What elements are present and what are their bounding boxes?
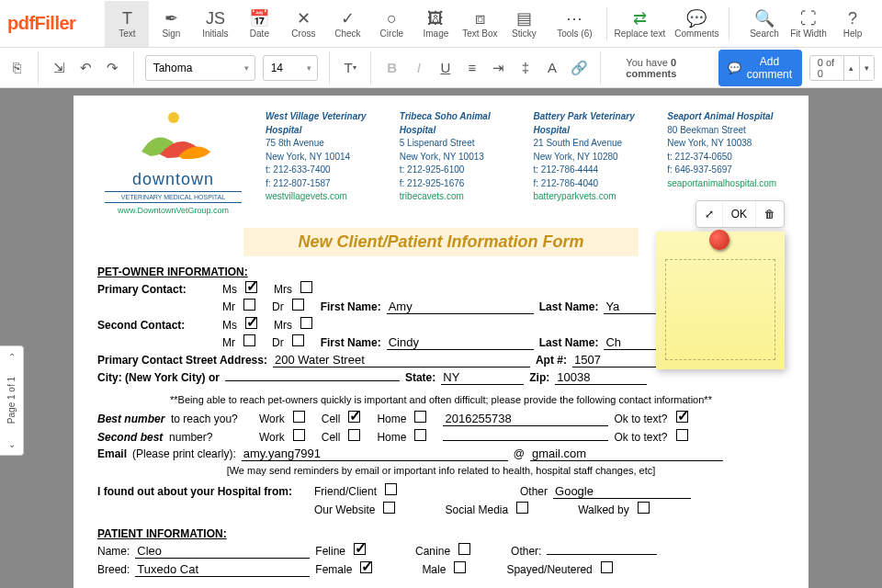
export-icon[interactable]: ⇲: [50, 55, 69, 81]
document-page[interactable]: downtown VETERINARY MEDICAL HOSPITAL www…: [74, 96, 808, 588]
address-field[interactable]: 200 Water Street: [273, 353, 530, 368]
redo-icon[interactable]: ↷: [103, 55, 122, 81]
state-field[interactable]: NY: [441, 370, 524, 385]
email-local-field[interactable]: amy.yang7991: [242, 447, 508, 461]
page-nav: 0 of 0 ▴ ▾: [809, 55, 875, 81]
sticky-delete-icon[interactable]: 🗑: [756, 201, 784, 227]
italic-icon[interactable]: I: [409, 55, 428, 81]
page-up-icon[interactable]: ▴: [843, 56, 858, 80]
friend-cb[interactable]: [385, 483, 397, 495]
font-select[interactable]: Tahoma: [145, 55, 255, 81]
location-2: Tribeca Soho Animal Hospital5 Lispenard …: [400, 110, 517, 215]
tool-circle[interactable]: ○Circle: [369, 1, 413, 47]
location-4: Seaport Animal Hospital80 Beekman Street…: [667, 110, 785, 215]
firstname-1-field[interactable]: Amy: [387, 300, 534, 314]
cell-cb-2[interactable]: [348, 429, 360, 441]
dr-checkbox-1[interactable]: [292, 299, 304, 311]
sticky-textarea[interactable]: [665, 259, 775, 360]
tool-fitwidth[interactable]: ⛶Fit Width: [786, 1, 831, 47]
work-cb-2[interactable]: [293, 429, 305, 441]
hospital-logo: downtown VETERINARY MEDICAL HOSPITAL www…: [97, 110, 249, 215]
mr-checkbox-1[interactable]: [243, 299, 255, 311]
apt-field[interactable]: 1507: [572, 353, 664, 368]
align-icon[interactable]: ≡: [462, 55, 481, 81]
walkedby-cb[interactable]: [638, 502, 650, 514]
canine-cb[interactable]: [458, 543, 470, 555]
add-comment-button[interactable]: 💬Add comment: [718, 50, 802, 86]
comment-icon: 💬: [728, 62, 741, 74]
work-cb-1[interactable]: [293, 411, 305, 423]
location-3: Battery Park Veterinary Hospital21 South…: [534, 110, 651, 215]
home-cb-2[interactable]: [414, 429, 426, 441]
tool-comments[interactable]: 💬Comments: [668, 1, 725, 47]
textcolor-icon[interactable]: A: [543, 55, 562, 81]
sticky-move-icon[interactable]: ⤢: [696, 201, 723, 227]
page-indicator: ⌃ Page 1 of 1 ⌄: [0, 345, 24, 456]
svg-point-0: [168, 112, 179, 123]
other-species-field[interactable]: [547, 554, 657, 555]
section-patient: PATIENT INFORMATION:: [97, 527, 785, 540]
city-field[interactable]: [225, 380, 400, 381]
tool-cross[interactable]: ✕Cross: [281, 1, 325, 47]
tool-help[interactable]: ?Help: [831, 1, 875, 47]
comments-count: You have 0 comments: [618, 57, 711, 79]
tool-textbox[interactable]: ⧈Text Box: [458, 1, 502, 47]
tool-sticky[interactable]: ▤Sticky: [502, 1, 546, 47]
other-source-field[interactable]: Google: [553, 484, 691, 499]
tool-more[interactable]: ⋯Tools (6): [546, 1, 603, 47]
email-reminder-note: [We may send reminders by email or impor…: [97, 465, 785, 476]
size-select[interactable]: 14: [263, 55, 318, 81]
location-1: West Village Veterinary Hospital75 8th A…: [266, 110, 383, 215]
indent-icon[interactable]: ⇥: [489, 55, 508, 81]
textsize-icon[interactable]: T▾: [340, 55, 359, 81]
contact-note: **Being able to reach pet-owners quickly…: [97, 394, 785, 405]
female-cb[interactable]: [360, 561, 372, 573]
website-cb[interactable]: [383, 502, 395, 514]
sticky-note[interactable]: ⤢ OK 🗑: [656, 232, 785, 379]
sticky-toolbar: ⤢ OK 🗑: [695, 200, 785, 228]
mr-checkbox-2[interactable]: [243, 334, 255, 346]
mrs-checkbox-1[interactable]: [300, 281, 312, 293]
tool-check[interactable]: ✓Check: [325, 1, 369, 47]
male-cb[interactable]: [454, 561, 466, 573]
tool-text[interactable]: TText: [105, 1, 149, 47]
spayed-cb[interactable]: [601, 561, 613, 573]
page-down-icon[interactable]: ▾: [859, 56, 874, 80]
ms-checkbox-2[interactable]: [245, 317, 257, 329]
cell-cb-1[interactable]: [348, 411, 360, 423]
breed-field[interactable]: Tuxedo Cat: [135, 562, 310, 577]
pet-name-field[interactable]: Cleo: [135, 544, 310, 559]
home-cb-1[interactable]: [414, 411, 426, 423]
mrs-checkbox-2[interactable]: [300, 317, 312, 329]
phone-1-field[interactable]: 2016255738: [443, 412, 608, 426]
lineheight-icon[interactable]: ‡: [515, 55, 535, 81]
tool-date[interactable]: 📅Date: [237, 1, 281, 47]
link-icon[interactable]: 🔗: [570, 55, 589, 81]
copy-icon[interactable]: ⎘: [7, 55, 27, 81]
undo-icon[interactable]: ↶: [76, 55, 96, 81]
phone-2-field[interactable]: [443, 440, 608, 441]
tool-sign[interactable]: ✒Sign: [149, 1, 193, 47]
chevron-up-icon[interactable]: ⌃: [8, 352, 16, 362]
tool-image[interactable]: 🖼Image: [413, 1, 458, 47]
underline-icon[interactable]: U: [435, 55, 455, 81]
bold-icon[interactable]: B: [382, 55, 401, 81]
chevron-down-icon[interactable]: ⌄: [8, 439, 16, 449]
email-domain-field[interactable]: gmail.com: [530, 447, 723, 461]
form-title: New Client/Patient Information Form: [243, 228, 639, 256]
tool-initials[interactable]: JSInitials: [193, 1, 237, 47]
tool-replace-text[interactable]: ⇄Replace text: [611, 1, 668, 47]
ms-checkbox-1[interactable]: [245, 281, 257, 293]
firstname-2-field[interactable]: Cindy: [387, 335, 534, 350]
sticky-ok-button[interactable]: OK: [723, 201, 756, 227]
social-cb[interactable]: [516, 502, 528, 514]
tool-search[interactable]: 🔍Search: [742, 1, 786, 47]
zip-field[interactable]: 10038: [555, 370, 647, 385]
oktext-cb-1[interactable]: [676, 411, 688, 423]
brand-logo: pdfFiller: [7, 13, 75, 34]
dr-checkbox-2[interactable]: [292, 334, 304, 346]
pin-icon: [709, 230, 729, 250]
feline-cb[interactable]: [354, 543, 366, 555]
oktext-cb-2[interactable]: [676, 429, 688, 441]
